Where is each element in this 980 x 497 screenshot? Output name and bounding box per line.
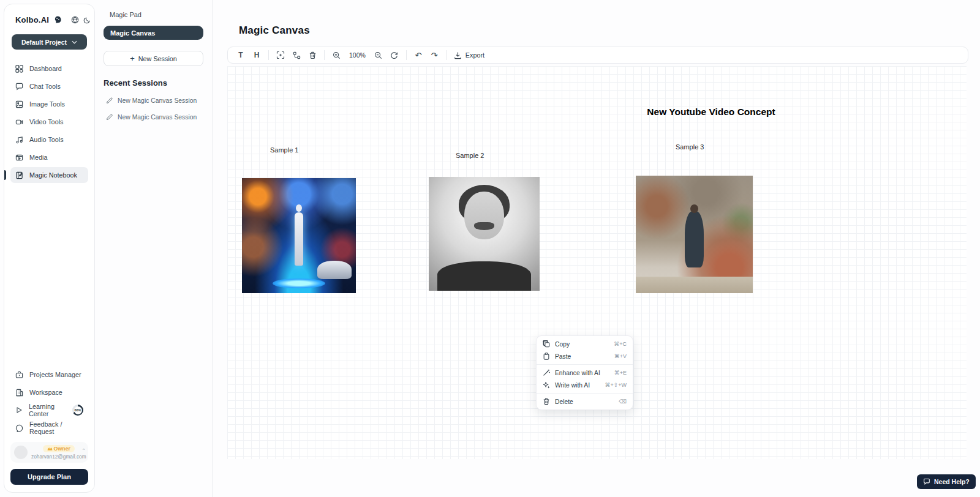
sidebar-item-chat-tools[interactable]: Chat Tools: [10, 78, 88, 94]
zoom-out-button[interactable]: [372, 48, 385, 62]
role-badge: Owner: [43, 445, 75, 452]
connector-tool-button[interactable]: [290, 48, 303, 62]
language-globe-icon[interactable]: [71, 16, 79, 24]
avatar: [14, 446, 28, 459]
recent-session-item[interactable]: New Magic Canvas Session: [104, 114, 203, 121]
role-label: Owner: [54, 446, 70, 452]
heading-tool-button[interactable]: H: [250, 48, 263, 62]
ai-select-tool-button[interactable]: [274, 48, 287, 62]
new-session-label: New Session: [138, 55, 177, 62]
sidebar-item-label: Feedback / Request: [29, 420, 83, 435]
sidebar-item-projects-manager[interactable]: Projects Manager: [10, 367, 88, 383]
menu-item-label: Copy: [555, 341, 570, 348]
context-menu: Copy ⌘+C Paste ⌘+V Enhance with AI ⌘+E W…: [536, 335, 633, 410]
futuristic-car: [317, 261, 352, 279]
project-selector[interactable]: Default Project: [12, 34, 87, 50]
canvas-text-sample-3[interactable]: Sample 3: [676, 143, 704, 151]
zoom-out-icon: [374, 51, 382, 59]
toolbar-divider: [324, 50, 325, 60]
portrait-face: [464, 192, 504, 239]
sidebar-item-audio-tools[interactable]: Audio Tools: [10, 132, 88, 148]
dashboard-icon: [15, 65, 23, 73]
redo-icon: ↷: [431, 51, 437, 60]
user-card[interactable]: Owner zoharvan12@gmail.com ⌃: [10, 442, 88, 463]
menu-item-delete[interactable]: Delete ⌫: [537, 395, 633, 408]
menu-item-label: Enhance with AI: [555, 370, 600, 376]
sidebar-item-media[interactable]: Media: [10, 149, 88, 165]
dark-mode-moon-icon[interactable]: [83, 17, 91, 24]
rotate-icon: [390, 51, 398, 59]
canvas-image-sample-1[interactable]: [242, 178, 356, 293]
sidebar-item-label: Learning Center: [29, 403, 64, 417]
brand-name: Kolbo.AI: [15, 15, 49, 24]
stone-step: [636, 277, 753, 293]
export-button[interactable]: Export: [451, 51, 487, 59]
sidebar-item-workspace[interactable]: Workspace: [10, 384, 88, 400]
sidebar-item-video-tools[interactable]: Video Tools: [10, 114, 88, 130]
menu-item-label: Paste: [555, 353, 571, 360]
menu-shortcut: ⌘+V: [614, 353, 627, 359]
seated-figure: [685, 211, 704, 267]
sidebar-item-label: Workspace: [29, 389, 62, 396]
delete-tool-button[interactable]: [306, 48, 319, 62]
menu-item-label: Write with AI: [555, 382, 590, 389]
tab-magic-pad[interactable]: Magic Pad: [104, 10, 203, 26]
tab-magic-canvas[interactable]: Magic Canvas: [104, 26, 203, 40]
project-selector-label: Default Project: [21, 39, 67, 46]
sidebar-item-dashboard[interactable]: Dashboard: [10, 61, 88, 77]
toolbar-divider: [406, 50, 407, 60]
sidebar-item-feedback-request[interactable]: Feedback / Request: [10, 420, 88, 436]
recent-session-item[interactable]: New Magic Canvas Session: [104, 97, 203, 104]
menu-item-write-with-ai[interactable]: Write with AI ⌘+⇧+W: [537, 379, 633, 391]
paste-icon: [543, 353, 550, 360]
sidebar-item-label: Image Tools: [29, 100, 65, 108]
zoom-level: 100%: [345, 51, 369, 59]
canvas-text-sample-1[interactable]: Sample 1: [270, 146, 298, 154]
page-title: Magic Canvas: [239, 24, 310, 37]
menu-shortcut: ⌘+E: [614, 370, 627, 376]
copy-icon: [543, 340, 550, 348]
building-icon: [15, 389, 23, 397]
sessions-panel: Magic Pad Magic Canvas + New Session Rec…: [95, 0, 213, 497]
progress-ring-badge: 66%: [72, 405, 83, 416]
zoom-in-button[interactable]: [330, 48, 343, 62]
glow-platform: [273, 278, 325, 289]
export-label: Export: [466, 51, 484, 59]
new-session-button[interactable]: + New Session: [104, 51, 203, 66]
canvas-toolbar: T H 100% ↶ ↷ Export: [227, 47, 968, 64]
canvas-image-sample-2[interactable]: [429, 177, 540, 291]
write-sparkle-icon: [543, 381, 550, 389]
feedback-icon: [15, 424, 23, 432]
undo-button[interactable]: ↶: [412, 48, 425, 62]
ai-select-icon: [276, 51, 285, 59]
menu-item-enhance-with-ai[interactable]: Enhance with AI ⌘+E: [537, 367, 633, 379]
reset-view-button[interactable]: [388, 48, 401, 62]
menu-shortcut: ⌘+⇧+W: [605, 382, 627, 388]
canvas-image-sample-3[interactable]: [636, 176, 753, 293]
recent-session-label: New Magic Canvas Session: [118, 114, 197, 121]
redo-button[interactable]: ↷: [428, 48, 441, 62]
sidebar-item-image-tools[interactable]: Image Tools: [10, 96, 88, 112]
sidebar-item-label: Video Tools: [29, 118, 63, 125]
chat-icon: [15, 83, 23, 91]
play-icon: [15, 406, 23, 414]
canvas-heading-text[interactable]: New Youtube Video Concept: [558, 106, 864, 118]
notebook-icon: [15, 171, 23, 179]
sidebar-item-label: Chat Tools: [29, 83, 61, 90]
sidebar-item-magic-notebook[interactable]: Magic Notebook: [10, 167, 88, 183]
zoom-in-icon: [333, 51, 341, 59]
menu-item-paste[interactable]: Paste ⌘+V: [537, 350, 633, 362]
menu-item-copy[interactable]: Copy ⌘+C: [537, 338, 633, 350]
text-tool-button[interactable]: T: [234, 48, 247, 62]
download-icon: [454, 51, 462, 59]
plus-icon: +: [130, 54, 135, 63]
recent-session-label: New Magic Canvas Session: [118, 97, 197, 104]
sidebar-item-learning-center[interactable]: Learning Center 66%: [10, 402, 88, 418]
chevron-icon: ⌃: [81, 448, 86, 454]
upgrade-plan-button[interactable]: Upgrade Plan: [10, 469, 88, 485]
need-help-button[interactable]: Need Help?: [917, 474, 976, 489]
image-icon: [15, 100, 23, 108]
brain-logo-icon: [53, 15, 62, 24]
need-help-label: Need Help?: [934, 478, 970, 485]
canvas-text-sample-2[interactable]: Sample 2: [456, 152, 484, 159]
